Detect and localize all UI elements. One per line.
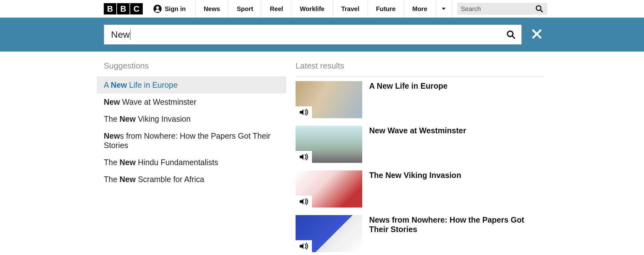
result-title: New Wave at Westminster xyxy=(369,126,466,163)
nav-link-more[interactable]: More xyxy=(404,0,436,18)
audio-badge xyxy=(296,106,312,118)
result-item[interactable]: The New Viking Invasion xyxy=(296,170,544,208)
nav-link-news[interactable]: News xyxy=(196,0,229,18)
nav-link-sport[interactable]: Sport xyxy=(229,0,262,18)
svg-marker-7 xyxy=(300,154,303,160)
bbc-logo-letter: C xyxy=(130,3,143,14)
text-cursor xyxy=(130,29,130,40)
search-icon xyxy=(535,5,543,13)
suggestion-item[interactable]: A New Life in Europe xyxy=(97,76,286,93)
top-search-placeholder: Search xyxy=(461,5,481,13)
svg-marker-6 xyxy=(300,109,303,115)
signin-label: Sign in xyxy=(165,5,186,13)
result-item[interactable]: News from Nowhere: How the Papers Got Th… xyxy=(296,215,544,252)
suggestion-item[interactable]: News from Nowhere: How the Papers Got Th… xyxy=(97,127,286,154)
suggestions-list: A New Life in Europe New Wave at Westmin… xyxy=(104,76,283,188)
suggestions-title: Suggestions xyxy=(104,61,283,71)
top-nav-left: B B C Sign in xyxy=(0,0,195,18)
audio-icon xyxy=(299,243,308,250)
bbc-logo-letter: B xyxy=(117,3,130,14)
result-item[interactable]: A New Life in Europe xyxy=(296,81,544,118)
suggestion-item[interactable]: New Wave at Westminster xyxy=(97,93,286,110)
result-title: A New Life in Europe xyxy=(369,81,447,118)
results-divider xyxy=(296,76,544,77)
audio-badge xyxy=(296,240,312,252)
search-icon[interactable] xyxy=(506,30,516,39)
nav-more-caret[interactable] xyxy=(436,0,452,18)
nav-link-travel[interactable]: Travel xyxy=(333,0,368,18)
user-avatar-icon xyxy=(153,5,162,13)
primary-nav: News Sport Reel Worklife Travel Future M… xyxy=(195,0,452,18)
bbc-logo[interactable]: B B C xyxy=(104,3,143,14)
suggestion-item[interactable]: The New Viking Invasion xyxy=(97,110,286,127)
svg-point-0 xyxy=(536,6,541,10)
result-title: The New Viking Invasion xyxy=(369,170,461,208)
nav-link-future[interactable]: Future xyxy=(368,0,404,18)
result-item[interactable]: New Wave at Westminster xyxy=(296,126,544,163)
result-thumbnail xyxy=(296,215,362,252)
search-band: New xyxy=(0,18,644,52)
bbc-logo-letter: B xyxy=(104,3,116,14)
result-thumbnail xyxy=(296,170,362,208)
audio-icon xyxy=(299,109,308,116)
search-query: New xyxy=(111,29,506,40)
svg-line-3 xyxy=(512,36,515,39)
signin-button[interactable]: Sign in xyxy=(153,5,195,13)
svg-marker-8 xyxy=(300,199,303,204)
audio-badge xyxy=(296,196,312,208)
top-search-field[interactable]: Search xyxy=(457,3,547,15)
close-search-button[interactable] xyxy=(531,28,542,41)
svg-line-1 xyxy=(540,10,543,12)
close-icon xyxy=(531,28,542,40)
nav-link-reel[interactable]: Reel xyxy=(262,0,291,18)
top-nav-bar: B B C Sign in News Sport Reel Worklife T… xyxy=(0,0,644,18)
svg-marker-9 xyxy=(300,243,303,249)
results-title: Latest results xyxy=(296,61,544,71)
suggestion-item[interactable]: The New Scramble for Africa xyxy=(97,171,286,188)
nav-link-worklife[interactable]: Worklife xyxy=(291,0,333,18)
audio-icon xyxy=(299,153,308,160)
svg-point-2 xyxy=(508,31,513,37)
caret-down-icon xyxy=(442,7,446,11)
result-title: News from Nowhere: How the Papers Got Th… xyxy=(369,215,544,252)
result-thumbnail xyxy=(296,81,362,118)
result-thumbnail xyxy=(296,126,362,163)
results-column: Latest results A New Life in Europe xyxy=(296,61,544,255)
search-input[interactable]: New xyxy=(104,25,522,45)
suggestion-item[interactable]: The New Hindu Fundamentalists xyxy=(97,154,286,171)
search-content: Suggestions A New Life in Europe New Wav… xyxy=(104,52,542,255)
search-query-text: New xyxy=(111,29,130,40)
audio-badge xyxy=(296,151,312,163)
audio-icon xyxy=(299,198,308,205)
suggestions-column: Suggestions A New Life in Europe New Wav… xyxy=(104,61,283,255)
